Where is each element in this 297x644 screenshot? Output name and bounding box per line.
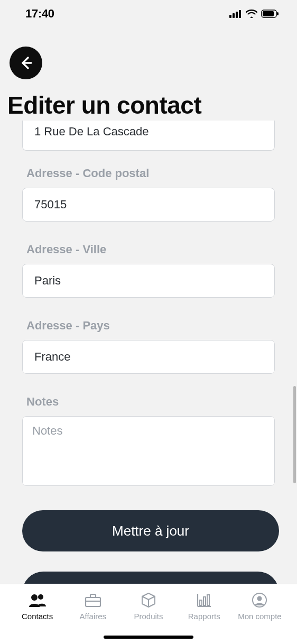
nav-rapports-label: Rapports [188, 612, 220, 621]
account-icon [252, 592, 267, 609]
nav-compte[interactable]: Mon compte [232, 592, 287, 621]
city-input[interactable]: Paris [22, 264, 275, 298]
contacts-icon [28, 592, 47, 609]
country-input[interactable]: France [22, 340, 275, 374]
battery-icon [261, 10, 279, 18]
svg-rect-15 [207, 595, 209, 605]
svg-rect-1 [233, 13, 235, 18]
status-icons [229, 10, 279, 18]
svg-rect-3 [239, 10, 241, 18]
svg-rect-6 [277, 12, 279, 15]
page-title: Editer un contact [0, 79, 297, 119]
update-button[interactable]: Mettre à jour [22, 510, 279, 551]
bottom-nav: Contacts Affaires Produits [0, 584, 297, 644]
nav-produits[interactable]: Produits [120, 592, 176, 621]
scroll-indicator[interactable] [293, 386, 296, 483]
notes-input[interactable]: Notes [22, 416, 275, 486]
nav-compte-label: Mon compte [238, 612, 282, 621]
svg-rect-0 [229, 15, 231, 18]
svg-rect-2 [236, 12, 238, 18]
cube-icon [141, 592, 156, 609]
nav-rapports[interactable]: Rapports [177, 592, 232, 621]
svg-rect-13 [200, 600, 202, 605]
arrow-left-icon [17, 54, 34, 71]
wifi-icon [246, 10, 257, 18]
svg-rect-9 [86, 597, 100, 606]
postal-input[interactable]: 75015 [22, 188, 275, 222]
cellular-icon [229, 10, 242, 18]
nav-contacts-label: Contacts [22, 612, 53, 621]
status-bar: 17:40 [0, 0, 297, 27]
back-button[interactable] [10, 47, 42, 79]
svg-rect-14 [203, 597, 206, 605]
postal-label: Adresse - Code postal [22, 167, 275, 180]
svg-point-17 [257, 596, 262, 601]
notes-label: Notes [22, 395, 275, 409]
nav-contacts[interactable]: Contacts [10, 592, 65, 621]
country-label: Adresse - Pays [22, 319, 275, 333]
chart-icon [196, 592, 212, 609]
status-time: 17:40 [25, 7, 54, 21]
home-indicator[interactable] [104, 636, 193, 639]
svg-point-8 [38, 594, 43, 600]
briefcase-icon [85, 592, 101, 609]
svg-rect-5 [263, 11, 274, 16]
city-label: Adresse - Ville [22, 243, 275, 256]
street-input[interactable]: 1 Rue De La Cascade [22, 121, 275, 151]
nav-affaires-label: Affaires [80, 612, 107, 621]
nav-produits-label: Produits [134, 612, 163, 621]
nav-affaires[interactable]: Affaires [65, 592, 120, 621]
svg-point-7 [31, 594, 38, 601]
contact-form: 1 Rue De La Cascade Adresse - Code posta… [0, 121, 297, 608]
